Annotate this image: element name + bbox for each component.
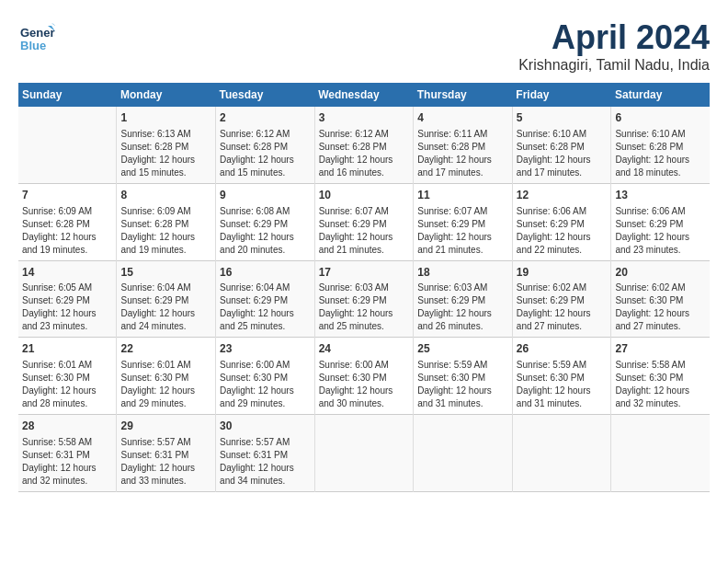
day-info: Sunrise: 6:02 AM Sunset: 6:29 PM Dayligh… [517, 282, 608, 333]
day-number: 11 [417, 188, 508, 203]
svg-text:General: General [20, 26, 55, 40]
day-info: Sunrise: 6:13 AM Sunset: 6:28 PM Dayligh… [120, 128, 211, 179]
day-info: Sunrise: 5:57 AM Sunset: 6:31 PM Dayligh… [220, 436, 311, 488]
day-info: Sunrise: 6:00 AM Sunset: 6:30 PM Dayligh… [220, 359, 311, 410]
day-cell: 15Sunrise: 6:04 AM Sunset: 6:29 PM Dayli… [117, 260, 216, 338]
day-cell: 29Sunrise: 5:57 AM Sunset: 6:31 PM Dayli… [117, 415, 216, 492]
day-cell: 28Sunrise: 5:58 AM Sunset: 6:31 PM Dayli… [18, 415, 117, 492]
day-cell: 13Sunrise: 6:06 AM Sunset: 6:29 PM Dayli… [611, 183, 710, 260]
header: General Blue April 2024 Krishnagiri, Tam… [18, 18, 710, 74]
day-cell: 7Sunrise: 6:09 AM Sunset: 6:28 PM Daylig… [18, 183, 117, 260]
day-info: Sunrise: 6:07 AM Sunset: 6:29 PM Dayligh… [319, 205, 410, 257]
day-cell: 8Sunrise: 6:09 AM Sunset: 6:28 PM Daylig… [117, 183, 216, 260]
svg-text:Blue: Blue [20, 39, 46, 52]
day-cell: 22Sunrise: 6:01 AM Sunset: 6:30 PM Dayli… [117, 338, 216, 415]
day-cell: 5Sunrise: 6:10 AM Sunset: 6:28 PM Daylig… [512, 107, 611, 183]
day-info: Sunrise: 6:07 AM Sunset: 6:29 PM Dayligh… [417, 205, 508, 257]
day-cell: 27Sunrise: 5:58 AM Sunset: 6:30 PM Dayli… [611, 338, 710, 415]
day-info: Sunrise: 5:59 AM Sunset: 6:30 PM Dayligh… [517, 359, 608, 410]
header-row: SundayMondayTuesdayWednesdayThursdayFrid… [18, 83, 710, 107]
day-number: 26 [517, 341, 608, 357]
day-number: 19 [517, 265, 608, 281]
day-cell: 30Sunrise: 5:57 AM Sunset: 6:31 PM Dayli… [216, 415, 315, 492]
title-area: April 2024 Krishnagiri, Tamil Nadu, Indi… [518, 18, 710, 74]
day-number: 7 [22, 188, 112, 203]
week-row-1: 1Sunrise: 6:13 AM Sunset: 6:28 PM Daylig… [18, 107, 710, 183]
day-info: Sunrise: 6:08 AM Sunset: 6:29 PM Dayligh… [220, 205, 311, 257]
day-number: 24 [319, 341, 410, 357]
day-cell [611, 415, 710, 492]
day-info: Sunrise: 6:01 AM Sunset: 6:30 PM Dayligh… [120, 359, 211, 410]
day-info: Sunrise: 5:58 AM Sunset: 6:30 PM Dayligh… [615, 359, 706, 410]
day-number: 22 [120, 341, 211, 357]
day-info: Sunrise: 6:09 AM Sunset: 6:28 PM Dayligh… [22, 205, 112, 257]
day-info: Sunrise: 6:03 AM Sunset: 6:29 PM Dayligh… [417, 282, 508, 333]
calendar-table: SundayMondayTuesdayWednesdayThursdayFrid… [18, 83, 710, 492]
day-cell: 12Sunrise: 6:06 AM Sunset: 6:29 PM Dayli… [512, 183, 611, 260]
day-number: 20 [615, 265, 706, 281]
day-number: 17 [319, 265, 410, 281]
location-title: Krishnagiri, Tamil Nadu, India [518, 57, 710, 74]
day-cell: 21Sunrise: 6:01 AM Sunset: 6:30 PM Dayli… [18, 338, 117, 415]
day-cell: 26Sunrise: 5:59 AM Sunset: 6:30 PM Dayli… [512, 338, 611, 415]
day-cell: 16Sunrise: 6:04 AM Sunset: 6:29 PM Dayli… [216, 260, 315, 338]
day-cell: 20Sunrise: 6:02 AM Sunset: 6:30 PM Dayli… [611, 260, 710, 338]
day-cell: 1Sunrise: 6:13 AM Sunset: 6:28 PM Daylig… [117, 107, 216, 183]
day-info: Sunrise: 5:59 AM Sunset: 6:30 PM Dayligh… [417, 359, 508, 410]
day-number: 3 [319, 110, 410, 126]
day-number: 5 [517, 110, 608, 126]
col-header-sunday: Sunday [18, 83, 117, 107]
day-cell: 18Sunrise: 6:03 AM Sunset: 6:29 PM Dayli… [414, 260, 513, 338]
day-info: Sunrise: 6:04 AM Sunset: 6:29 PM Dayligh… [220, 282, 311, 333]
week-row-3: 14Sunrise: 6:05 AM Sunset: 6:29 PM Dayli… [18, 260, 710, 338]
day-info: Sunrise: 6:12 AM Sunset: 6:28 PM Dayligh… [319, 128, 410, 179]
day-cell: 24Sunrise: 6:00 AM Sunset: 6:30 PM Dayli… [314, 338, 414, 415]
day-info: Sunrise: 6:01 AM Sunset: 6:30 PM Dayligh… [22, 359, 112, 410]
day-info: Sunrise: 5:57 AM Sunset: 6:31 PM Dayligh… [120, 436, 211, 488]
day-info: Sunrise: 6:06 AM Sunset: 6:29 PM Dayligh… [517, 205, 608, 257]
day-cell [314, 415, 414, 492]
col-header-thursday: Thursday [414, 83, 513, 107]
col-header-monday: Monday [117, 83, 216, 107]
day-cell: 2Sunrise: 6:12 AM Sunset: 6:28 PM Daylig… [216, 107, 315, 183]
day-info: Sunrise: 5:58 AM Sunset: 6:31 PM Dayligh… [22, 436, 112, 488]
day-cell: 6Sunrise: 6:10 AM Sunset: 6:28 PM Daylig… [611, 107, 710, 183]
day-number: 25 [417, 341, 508, 357]
day-number: 16 [220, 265, 311, 281]
day-cell: 10Sunrise: 6:07 AM Sunset: 6:29 PM Dayli… [314, 183, 414, 260]
col-header-friday: Friday [512, 83, 611, 107]
col-header-tuesday: Tuesday [216, 83, 315, 107]
day-number: 30 [220, 419, 311, 434]
day-info: Sunrise: 6:00 AM Sunset: 6:30 PM Dayligh… [319, 359, 410, 410]
day-cell: 19Sunrise: 6:02 AM Sunset: 6:29 PM Dayli… [512, 260, 611, 338]
day-number: 2 [220, 110, 311, 126]
day-info: Sunrise: 6:03 AM Sunset: 6:29 PM Dayligh… [319, 282, 410, 333]
day-number: 21 [22, 341, 112, 357]
day-info: Sunrise: 6:02 AM Sunset: 6:30 PM Dayligh… [615, 282, 706, 333]
day-number: 8 [120, 188, 211, 203]
day-cell [512, 415, 611, 492]
day-info: Sunrise: 6:11 AM Sunset: 6:28 PM Dayligh… [417, 128, 508, 179]
col-header-wednesday: Wednesday [314, 83, 414, 107]
day-number: 27 [615, 341, 706, 357]
day-number: 15 [120, 265, 211, 281]
day-cell: 3Sunrise: 6:12 AM Sunset: 6:28 PM Daylig… [314, 107, 414, 183]
day-info: Sunrise: 6:10 AM Sunset: 6:28 PM Dayligh… [517, 128, 608, 179]
day-number: 9 [220, 188, 311, 203]
day-cell: 11Sunrise: 6:07 AM Sunset: 6:29 PM Dayli… [414, 183, 513, 260]
day-cell [414, 415, 513, 492]
day-cell: 9Sunrise: 6:08 AM Sunset: 6:29 PM Daylig… [216, 183, 315, 260]
day-cell: 14Sunrise: 6:05 AM Sunset: 6:29 PM Dayli… [18, 260, 117, 338]
col-header-saturday: Saturday [611, 83, 710, 107]
day-number: 12 [517, 188, 608, 203]
day-number: 14 [22, 265, 112, 281]
week-row-5: 28Sunrise: 5:58 AM Sunset: 6:31 PM Dayli… [18, 415, 710, 492]
day-number: 13 [615, 188, 706, 203]
day-cell: 25Sunrise: 5:59 AM Sunset: 6:30 PM Dayli… [414, 338, 513, 415]
day-info: Sunrise: 6:12 AM Sunset: 6:28 PM Dayligh… [220, 128, 311, 179]
day-number: 18 [417, 265, 508, 281]
day-number: 29 [120, 419, 211, 434]
day-number: 23 [220, 341, 311, 357]
day-cell: 23Sunrise: 6:00 AM Sunset: 6:30 PM Dayli… [216, 338, 315, 415]
day-number: 28 [22, 419, 112, 434]
